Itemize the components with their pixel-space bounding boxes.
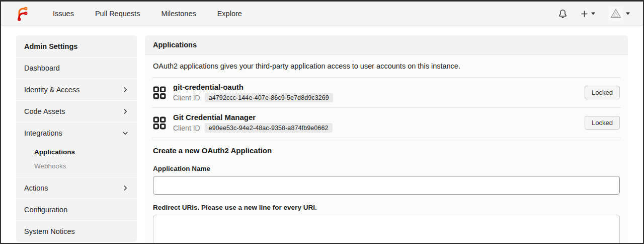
chevron-right-icon xyxy=(122,108,129,115)
create-form-title: Create a new OAuth2 Application xyxy=(153,146,620,155)
notifications-button[interactable] xyxy=(558,10,567,18)
admin-sidebar: Admin Settings Dashboard Identity & Acce… xyxy=(16,35,137,242)
app-info: git-credential-oauth Client ID a4792ccc-… xyxy=(173,83,333,102)
sidebar-item-applications[interactable]: Applications xyxy=(16,145,137,159)
sidebar-item-system-notices[interactable]: System Notices xyxy=(16,220,137,242)
nav-issues[interactable]: Issues xyxy=(42,2,85,26)
nav-milestones[interactable]: Milestones xyxy=(150,2,206,26)
panel-title: Applications xyxy=(145,35,628,55)
client-id-value: a4792ccc-144e-407e-86c9-5e7d8d9c3269 xyxy=(205,93,333,102)
locked-button[interactable]: Locked xyxy=(585,116,620,130)
chevron-right-icon xyxy=(122,86,129,93)
nav-pull-requests[interactable]: Pull Requests xyxy=(85,2,150,26)
chevron-right-icon xyxy=(122,185,129,192)
sidebar-item-configuration[interactable]: Configuration xyxy=(16,199,137,220)
oauth2-description: OAuth2 applications gives your third-par… xyxy=(145,55,628,77)
app-client-id-row: Client ID e90ee53c-94e2-48ac-9358-a874fb… xyxy=(173,123,333,133)
application-name-label: Application Name xyxy=(153,165,620,172)
sidebar-item-label: Actions xyxy=(24,184,48,192)
create-oauth-form: Create a new OAuth2 Application Applicat… xyxy=(145,138,628,244)
sidebar-item-label: Configuration xyxy=(24,206,67,214)
avatar xyxy=(609,7,623,21)
nav-explore[interactable]: Explore xyxy=(207,2,253,26)
applications-panel: Applications OAuth2 applications gives y… xyxy=(145,35,628,244)
app-info: Git Credential Manager Client ID e90ee53… xyxy=(173,113,333,133)
sidebar-item-label: Code Assets xyxy=(24,107,65,115)
caret-down-icon xyxy=(591,12,595,15)
plus-icon xyxy=(581,10,588,18)
avatar-triangle-icon xyxy=(610,8,622,20)
top-navbar: Issues Pull Requests Milestones Explore xyxy=(1,2,643,26)
forgejo-logo-icon xyxy=(14,6,29,21)
navbar-right xyxy=(558,7,630,21)
chevron-down-icon xyxy=(122,130,129,137)
sidebar-item-code-assets[interactable]: Code Assets xyxy=(16,100,137,122)
application-name-input[interactable] xyxy=(153,176,620,195)
app-name: git-credential-oauth xyxy=(173,83,333,91)
bell-icon xyxy=(558,10,567,18)
redirect-uris-label: Redirect URIs. Please use a new line for… xyxy=(153,204,620,211)
sidebar-item-label: Integrations xyxy=(24,129,62,137)
page-content: Admin Settings Dashboard Identity & Acce… xyxy=(16,35,628,244)
sidebar-item-label: System Notices xyxy=(24,227,75,235)
sidebar-item-label: Identity & Access xyxy=(24,86,79,94)
caret-down-icon xyxy=(626,12,630,15)
app-client-id-row: Client ID a4792ccc-144e-407e-86c9-5e7d8d… xyxy=(173,93,333,102)
sidebar-item-actions[interactable]: Actions xyxy=(16,177,137,199)
client-id-value: e90ee53c-94e2-48ac-9358-a874fb9e0662 xyxy=(205,123,333,133)
client-id-label: Client ID xyxy=(173,124,200,132)
sidebar-item-dashboard[interactable]: Dashboard xyxy=(16,57,137,79)
sidebar-title: Admin Settings xyxy=(16,35,137,57)
create-new-dropdown[interactable] xyxy=(581,10,595,18)
forgejo-logo[interactable] xyxy=(14,6,29,21)
nav-links: Issues Pull Requests Milestones Explore xyxy=(42,2,253,26)
apps-grid-icon xyxy=(153,86,166,99)
sidebar-item-integrations[interactable]: Integrations xyxy=(16,122,137,144)
sidebar-item-webhooks[interactable]: Webhooks xyxy=(16,159,137,173)
integrations-submenu: Applications Webhooks xyxy=(16,144,137,177)
user-menu-dropdown[interactable] xyxy=(609,7,630,21)
oauth-app-row: Git Credential Manager Client ID e90ee53… xyxy=(145,108,628,138)
locked-button[interactable]: Locked xyxy=(585,86,620,99)
apps-grid-icon xyxy=(153,116,166,130)
client-id-label: Client ID xyxy=(173,94,200,102)
oauth-app-row: git-credential-oauth Client ID a4792ccc-… xyxy=(145,78,628,107)
app-name: Git Credential Manager xyxy=(173,113,333,121)
sidebar-item-label: Dashboard xyxy=(24,64,60,72)
redirect-uris-textarea[interactable] xyxy=(153,215,620,244)
sidebar-item-identity-access[interactable]: Identity & Access xyxy=(16,79,137,100)
